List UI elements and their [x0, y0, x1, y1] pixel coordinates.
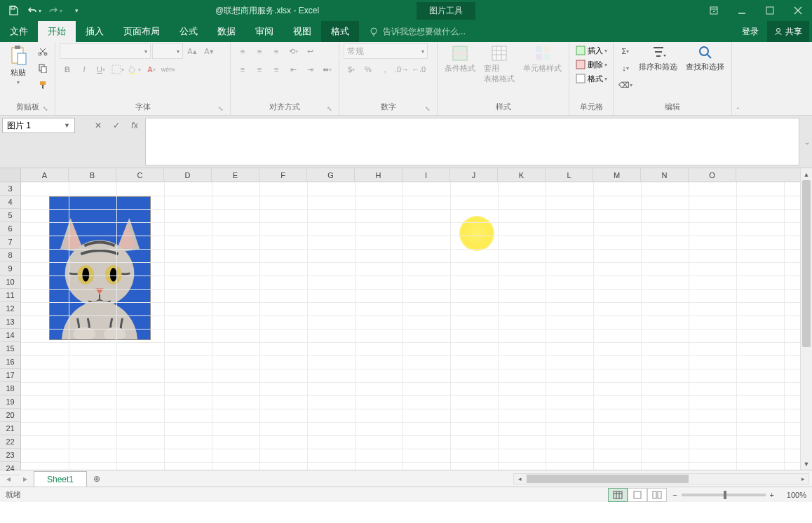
col-header-H[interactable]: H [355, 168, 402, 182]
align-launcher[interactable]: ⤡ [325, 104, 334, 114]
autosum-button[interactable]: Σ▾ [618, 43, 633, 59]
vertical-scrollbar[interactable]: ▲ ▼ [800, 168, 812, 470]
tab-view[interactable]: 视图 [283, 21, 321, 42]
vscroll-thumb[interactable] [802, 180, 811, 347]
name-box[interactable]: 图片 1▼ [2, 118, 75, 133]
row-header-15[interactable]: 15 [0, 342, 20, 355]
scroll-right-button[interactable]: ▸ [797, 474, 808, 484]
zoom-in-button[interactable]: + [770, 491, 774, 499]
expand-formula-bar-button[interactable]: ⌄ [804, 138, 810, 146]
row-header-10[interactable]: 10 [0, 276, 20, 289]
align-top-button[interactable]: ≡ [235, 43, 250, 59]
paste-button[interactable]: 粘贴▾ [4, 43, 32, 87]
align-center-button[interactable]: ≡ [252, 62, 267, 77]
underline-button[interactable]: U▾ [93, 62, 109, 77]
col-header-I[interactable]: I [402, 168, 450, 182]
tab-review[interactable]: 审阅 [245, 21, 283, 42]
increase-decimal-button[interactable]: .0→ [394, 62, 410, 77]
page-layout-view-button[interactable] [628, 488, 647, 502]
tab-page-layout[interactable]: 页面布局 [114, 21, 170, 42]
collapse-ribbon-button[interactable]: ˆ [731, 42, 744, 115]
font-name-combo[interactable]: ▾ [60, 43, 151, 59]
increase-font-button[interactable]: A▴ [184, 43, 200, 59]
undo-button[interactable]: ▾ [25, 1, 43, 20]
row-header-7[interactable]: 7 [0, 236, 20, 249]
enter-formula-button[interactable]: ✓ [108, 118, 125, 133]
horizontal-scrollbar[interactable]: ◂ ▸ [513, 473, 809, 484]
row-header-14[interactable]: 14 [0, 329, 20, 342]
col-header-J[interactable]: J [450, 168, 498, 182]
format-as-table-button[interactable]: 套用 表格格式 [481, 43, 517, 86]
share-button[interactable]: 共享 [767, 21, 809, 42]
col-header-K[interactable]: K [498, 168, 546, 182]
align-left-button[interactable]: ≡ [235, 62, 250, 77]
italic-button[interactable]: I [76, 62, 92, 77]
row-header-19[interactable]: 19 [0, 395, 20, 409]
qat-customize[interactable]: ▾ [67, 1, 86, 20]
sheet-tab-sheet1[interactable]: Sheet1 [34, 471, 87, 487]
col-header-M[interactable]: M [593, 168, 641, 182]
sort-filter-button[interactable]: 排序和筛选 [636, 43, 680, 74]
comma-button[interactable]: , [377, 62, 393, 77]
scroll-left-button[interactable]: ◂ [514, 474, 525, 484]
row-header-6[interactable]: 6 [0, 222, 20, 236]
select-all-corner[interactable] [0, 168, 20, 182]
phonetic-button[interactable]: wén▾ [161, 62, 176, 77]
orientation-button[interactable]: ⟲▾ [285, 43, 301, 59]
scroll-down-button[interactable]: ▼ [801, 458, 812, 470]
row-header-20[interactable]: 20 [0, 409, 20, 422]
font-launcher[interactable]: ⤡ [216, 104, 226, 114]
cut-button[interactable] [35, 43, 50, 59]
border-button[interactable]: ▾ [110, 62, 126, 77]
merge-button[interactable]: ⬌▾ [319, 62, 334, 77]
tab-file[interactable]: 文件 [0, 21, 38, 42]
percent-button[interactable]: % [360, 62, 376, 77]
inserted-picture[interactable] [49, 196, 151, 340]
ribbon-options-button[interactable] [700, 0, 728, 21]
tab-insert[interactable]: 插入 [76, 21, 114, 42]
row-header-13[interactable]: 13 [0, 315, 20, 329]
tab-data[interactable]: 数据 [208, 21, 245, 42]
number-launcher[interactable]: ⤡ [423, 104, 433, 114]
col-header-A[interactable]: A [21, 168, 69, 182]
row-header-22[interactable]: 22 [0, 435, 20, 449]
redo-button[interactable]: ▾ [46, 1, 65, 20]
decrease-font-button[interactable]: A▾ [201, 43, 217, 59]
row-header-23[interactable]: 23 [0, 449, 20, 462]
hscroll-thumb[interactable] [527, 475, 689, 483]
row-header-5[interactable]: 5 [0, 209, 20, 222]
row-header-24[interactable]: 24 [0, 462, 20, 475]
tab-formulas[interactable]: 公式 [170, 21, 208, 42]
align-middle-button[interactable]: ≡ [252, 43, 267, 59]
copy-button[interactable] [35, 60, 50, 76]
currency-button[interactable]: $▾ [344, 62, 359, 77]
decrease-indent-button[interactable]: ⇤ [285, 62, 301, 77]
maximize-button[interactable] [756, 0, 784, 21]
scroll-up-button[interactable]: ▲ [801, 168, 812, 180]
conditional-format-button[interactable]: 条件格式 [442, 43, 478, 75]
tab-format-context[interactable]: 格式 [321, 21, 359, 42]
fill-color-button[interactable]: ▾ [127, 62, 142, 77]
row-header-3[interactable]: 3 [0, 182, 20, 196]
fx-button[interactable]: fx [126, 118, 143, 133]
clear-button[interactable]: ⌫▾ [618, 77, 633, 93]
align-bottom-button[interactable]: ≡ [269, 43, 284, 59]
clipboard-launcher[interactable]: ⤡ [41, 104, 50, 114]
col-header-N[interactable]: N [641, 168, 689, 182]
row-header-21[interactable]: 21 [0, 422, 20, 435]
cancel-formula-button[interactable]: ✕ [90, 118, 107, 133]
zoom-out-button[interactable]: − [672, 491, 677, 499]
cells-area[interactable] [21, 182, 812, 470]
col-header-O[interactable]: O [689, 168, 736, 182]
row-header-17[interactable]: 17 [0, 369, 20, 382]
new-sheet-button[interactable]: ⊕ [87, 470, 107, 487]
normal-view-button[interactable] [608, 488, 628, 502]
wrap-text-button[interactable]: ↩ [302, 43, 318, 59]
row-header-16[interactable]: 16 [0, 355, 20, 369]
row-header-12[interactable]: 12 [0, 302, 20, 315]
col-header-F[interactable]: F [259, 168, 307, 182]
zoom-slider[interactable] [682, 494, 766, 496]
login-button[interactable]: 登录 [735, 21, 766, 42]
col-header-D[interactable]: D [164, 168, 212, 182]
col-header-L[interactable]: L [546, 168, 593, 182]
